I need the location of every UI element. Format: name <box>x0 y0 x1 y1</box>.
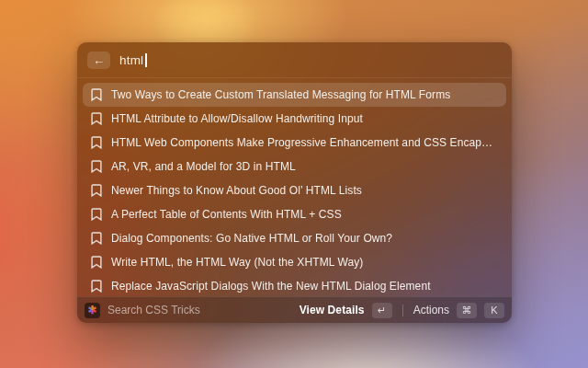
result-title: HTML Attribute to Allow/Disallow Handwri… <box>111 112 363 125</box>
result-title: Dialog Components: Go Native HTML or Rol… <box>111 232 392 245</box>
result-title: Replace JavaScript Dialogs With the New … <box>111 280 431 293</box>
result-title: Two Ways to Create Custom Translated Mes… <box>111 88 450 101</box>
css-tricks-star-icon: ✱ <box>87 305 96 316</box>
launcher-window: ← html Two Ways to Create Custom Transla… <box>77 42 512 323</box>
search-input[interactable]: html <box>119 53 147 67</box>
view-details-button[interactable]: View Details <box>300 304 365 316</box>
search-bar: ← html <box>77 42 512 78</box>
list-item[interactable]: HTML Attribute to Allow/Disallow Handwri… <box>83 107 506 131</box>
actions-button[interactable]: Actions <box>413 304 449 316</box>
css-tricks-logo: ✱ <box>85 303 100 318</box>
back-arrow-icon: ← <box>93 54 105 66</box>
bookmark-icon <box>91 256 102 269</box>
bookmark-icon <box>91 232 102 245</box>
command-key-badge[interactable]: ⌘ <box>457 303 477 318</box>
bookmark-icon <box>91 88 102 101</box>
bookmark-icon <box>91 280 102 293</box>
list-item[interactable]: AR, VR, and a Model for 3D in HTML <box>83 155 506 178</box>
list-item[interactable]: A Perfect Table of Contents With HTML + … <box>83 202 506 226</box>
bookmark-icon <box>91 160 102 173</box>
result-title: AR, VR, and a Model for 3D in HTML <box>111 160 296 173</box>
result-title: A Perfect Table of Contents With HTML + … <box>111 208 342 221</box>
bookmark-icon <box>91 136 102 149</box>
text-caret <box>145 53 147 67</box>
results-list: Two Ways to Create Custom Translated Mes… <box>77 78 512 296</box>
list-item[interactable]: Newer Things to Know About Good Ol’ HTML… <box>83 178 506 202</box>
result-title: Write HTML, the HTML Way (Not the XHTML … <box>111 256 363 269</box>
footer-divider <box>402 305 403 316</box>
status-bar: ✱ Search CSS Tricks View Details ↵ Actio… <box>77 296 512 323</box>
bookmark-icon <box>91 184 102 197</box>
search-query-text: html <box>119 53 143 67</box>
result-title: Newer Things to Know About Good Ol’ HTML… <box>111 184 362 197</box>
bookmark-icon <box>91 112 102 125</box>
bookmark-icon <box>91 208 102 221</box>
extension-name: Search CSS Tricks <box>107 304 200 316</box>
return-key-badge[interactable]: ↵ <box>372 303 392 318</box>
k-key-badge[interactable]: K <box>484 303 504 318</box>
result-title: HTML Web Components Make Progressive Enh… <box>111 136 498 149</box>
list-item[interactable]: Write HTML, the HTML Way (Not the XHTML … <box>83 250 506 274</box>
list-item[interactable]: Replace JavaScript Dialogs With the New … <box>83 274 506 296</box>
list-item[interactable]: Dialog Components: Go Native HTML or Rol… <box>83 226 506 250</box>
list-item[interactable]: Two Ways to Create Custom Translated Mes… <box>83 83 506 107</box>
back-button[interactable]: ← <box>87 52 110 69</box>
list-item[interactable]: HTML Web Components Make Progressive Enh… <box>83 131 506 155</box>
